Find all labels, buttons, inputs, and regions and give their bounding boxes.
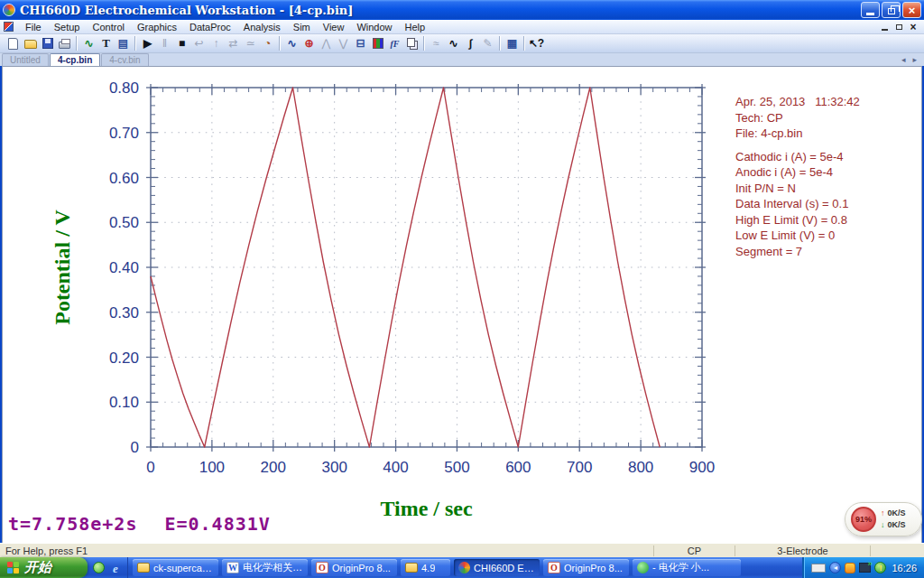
stop-icon[interactable]: ■	[173, 35, 190, 51]
toolbar-separator	[134, 36, 136, 51]
info-line: High E Limit (V) = 0.8	[735, 212, 921, 228]
task-button-label: OriginPro 8...	[332, 563, 391, 573]
parameters-icon[interactable]: ▤	[115, 35, 132, 51]
info-line: File: 4-cp.bin	[735, 126, 921, 142]
tab-4-cp-bin[interactable]: 4-cp.bin	[50, 53, 100, 66]
messenger-icon[interactable]	[845, 563, 855, 573]
x-tick-label: 900	[689, 459, 715, 476]
menu-graphics[interactable]: Graphics	[131, 21, 183, 33]
x-tick-label: 500	[444, 459, 469, 476]
ir-compensation-icon: ≃	[245, 38, 254, 49]
tab-scroll-left-icon[interactable]: ◂	[900, 55, 908, 64]
menu-control[interactable]: Control	[86, 21, 130, 33]
open-file-icon[interactable]	[22, 35, 39, 51]
browser-360-icon[interactable]	[93, 562, 105, 573]
present-data-plot-icon[interactable]: ∿	[283, 35, 300, 51]
reverse-scan-icon: ↩	[194, 38, 203, 49]
restore-button[interactable]	[882, 2, 901, 18]
memory-percent-badge[interactable]: 91%	[851, 507, 876, 532]
close-button[interactable]: ×	[902, 2, 921, 18]
x-tick-label: 700	[567, 459, 592, 476]
text-tool-icon[interactable]: T	[97, 35, 115, 51]
task-button-2[interactable]: 电化学相关 4...	[222, 559, 308, 576]
save-icon[interactable]	[39, 35, 56, 51]
new-document-icon[interactable]	[5, 35, 22, 51]
zoom-icon[interactable]: ⊕	[300, 35, 318, 51]
mdi-close-button[interactable]: ×	[906, 21, 920, 33]
technique-icon[interactable]: ∿	[80, 35, 97, 51]
continue-icon: ↑	[208, 35, 225, 51]
system-tray: 16:26	[802, 557, 924, 578]
potential-readout: E=0.4831V	[164, 513, 270, 535]
run-experiment-icon: ▶	[143, 38, 152, 49]
tab-4-cv-bin[interactable]: 4-cv.bin	[101, 53, 148, 66]
smoothing-icon: ≈	[433, 38, 439, 49]
net-speed-widget[interactable]: 91% ↑0K/S ↓0K/S	[845, 502, 922, 536]
font-icon[interactable]: fF	[386, 35, 403, 51]
peak-cathodic-icon: ⋁	[335, 35, 352, 51]
new-document-icon	[8, 38, 18, 50]
info-line: Tech: CP	[735, 110, 921, 126]
copy-graph-icon[interactable]	[403, 35, 420, 51]
data-display-icon[interactable]: ⊟	[352, 35, 369, 51]
child-window-icon[interactable]	[4, 22, 14, 32]
menu-window[interactable]: Window	[350, 21, 398, 33]
data-display-icon: ⊟	[356, 38, 365, 49]
info-gap	[735, 142, 921, 149]
task-button-4[interactable]: 4.9	[401, 559, 450, 576]
menu-sim[interactable]: Sim	[287, 21, 317, 33]
baseline-icon: ✎	[483, 38, 492, 49]
stop-icon: ■	[179, 38, 185, 49]
peak-anodic-icon: ⋀	[322, 38, 331, 49]
menu-view[interactable]: View	[317, 21, 351, 33]
menu-analysis[interactable]: Analysis	[237, 21, 287, 33]
peak-anodic-icon: ⋀	[318, 35, 335, 51]
color-map-icon[interactable]	[369, 35, 386, 51]
task-button-label: OriginPro 8...	[564, 563, 623, 573]
derivative-icon[interactable]: ∿	[445, 35, 462, 51]
task-buttons: ck-supercapa...电化学相关 4...OriginPro 8...4…	[128, 557, 802, 578]
tab-scroll-buttons: ◂ ▸	[900, 55, 919, 64]
data-listing-icon[interactable]: ▦	[504, 35, 521, 51]
task-button-label: CHI660D Elec...	[474, 563, 535, 573]
mdi-minimize-button[interactable]	[877, 21, 892, 33]
info-line: Anodic i (A) = 5e-4	[735, 164, 921, 181]
start-button[interactable]: 开始	[0, 557, 88, 578]
parameters-icon: ▤	[118, 38, 128, 49]
app-icon[interactable]	[3, 4, 15, 16]
security-shield-icon[interactable]	[874, 562, 886, 573]
menu-help[interactable]: Help	[399, 21, 432, 33]
clock[interactable]: 16:26	[892, 563, 917, 573]
mdi-restore-button[interactable]	[892, 21, 906, 33]
run-experiment-icon[interactable]: ▶	[139, 35, 156, 51]
task-button-3[interactable]: OriginPro 8...	[311, 559, 397, 576]
y-tick-label: 0.30	[109, 304, 139, 322]
minimize-button[interactable]	[861, 2, 880, 18]
collapse-tray-icon[interactable]	[829, 562, 841, 573]
tab-scroll-right-icon[interactable]: ▸	[910, 55, 919, 64]
info-line: Low E Limit (V) = 0	[735, 228, 921, 244]
tab-bar: Untitled4-cp.bin4-cv.bin ◂ ▸	[0, 53, 924, 66]
menu-file[interactable]: File	[19, 21, 48, 33]
print-icon	[59, 42, 70, 49]
status-electrode-mode: 3-Electrode	[735, 545, 870, 556]
task-button-7[interactable]: - 电化学 小...	[633, 559, 741, 576]
internet-explorer-icon[interactable]	[109, 562, 122, 574]
task-button-6[interactable]: OriginPro 8...	[543, 559, 629, 576]
print-icon[interactable]	[56, 35, 73, 51]
open-file-icon	[24, 40, 37, 49]
origin-icon	[316, 562, 328, 573]
color-map-icon	[373, 38, 383, 49]
task-button-5[interactable]: CHI660D Elec...	[454, 559, 540, 576]
menu-dataproc[interactable]: DataProc	[183, 21, 237, 33]
input-method-keyboard-icon[interactable]	[811, 564, 826, 573]
tab-untitled[interactable]: Untitled	[2, 53, 49, 66]
integration-icon[interactable]: ∫	[462, 35, 479, 51]
network-signal-icon[interactable]	[859, 563, 871, 573]
cell-control-icon[interactable]: ◔	[259, 35, 276, 51]
context-help-icon[interactable]: ↖?	[528, 35, 545, 51]
cell-control-icon: ◔	[264, 38, 271, 49]
menu-setup[interactable]: Setup	[48, 21, 87, 33]
task-button-1[interactable]: ck-supercapa...	[133, 559, 218, 576]
menu-items: FileSetupControlGraphicsDataProcAnalysis…	[19, 21, 431, 33]
